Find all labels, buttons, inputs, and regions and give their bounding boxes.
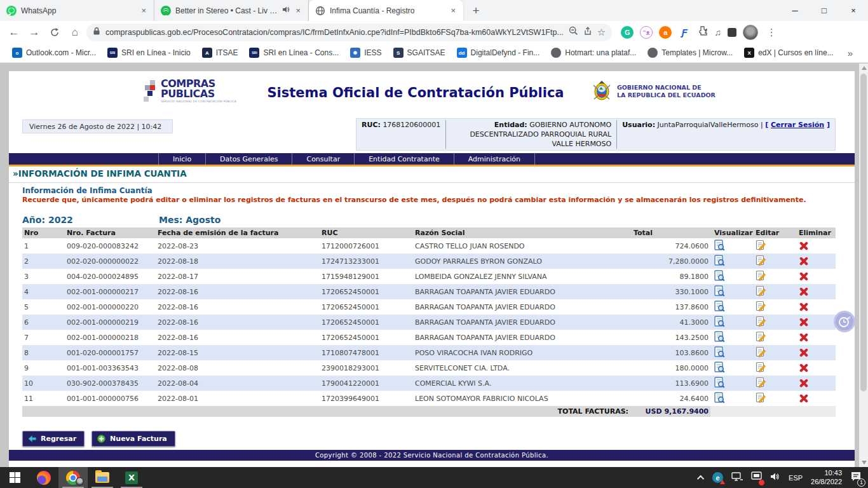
nav-item-inicio[interactable]: Inicio [158, 153, 205, 165]
scrollbar[interactable] [859, 64, 868, 467]
nav-item-administración[interactable]: Administración [454, 153, 535, 165]
visualize-icon[interactable] [714, 362, 725, 375]
network-tray-icon[interactable] [731, 471, 743, 484]
nav-item-datos-generales[interactable]: Datos Generales [205, 153, 292, 165]
tray-chevron-icon[interactable] [697, 475, 704, 482]
edit-icon[interactable] [756, 392, 766, 405]
music-extension-icon[interactable]: ♫ [714, 27, 721, 37]
action-center-tray-icon[interactable] [751, 471, 762, 484]
delete-icon[interactable] [799, 393, 809, 403]
start-button[interactable] [0, 467, 29, 488]
bookmark-dd[interactable]: ddDigitalDefynd - Fin... [451, 43, 546, 62]
notification-center-icon[interactable]: 1 [850, 471, 862, 484]
extensions-puzzle-icon[interactable] [697, 25, 708, 39]
edit-icon[interactable] [756, 346, 766, 360]
profile-avatar[interactable] [743, 25, 758, 40]
bookmarks-overflow-icon[interactable]: » [848, 48, 862, 58]
reload-button[interactable] [46, 24, 64, 41]
bookmark-edx[interactable]: XedX | Cursos en líne... [738, 43, 839, 62]
volume-tray-icon[interactable] [770, 472, 780, 484]
edit-icon[interactable] [756, 285, 766, 299]
tab-audio-icon[interactable] [282, 6, 290, 15]
tab-whatsapp[interactable]: WhatsApp × [0, 0, 154, 21]
close-tab-icon[interactable]: × [449, 6, 457, 15]
edit-icon[interactable] [756, 362, 766, 375]
delete-icon[interactable] [799, 378, 809, 388]
bookmark-globe[interactable]: Templates | Microw... [642, 43, 738, 62]
bookmark-globe[interactable]: Hotmart: una plataf... [545, 43, 642, 62]
delete-icon[interactable] [799, 256, 809, 266]
delete-icon[interactable] [799, 348, 809, 358]
edit-icon[interactable] [756, 255, 766, 268]
new-invoice-button[interactable]: Nueva Factura [92, 431, 175, 447]
language-indicator[interactable]: ESP [789, 474, 803, 482]
bookmark-star-icon[interactable]: ☆ [597, 27, 606, 38]
flag-extension-icon[interactable]: Ƒ [678, 26, 691, 39]
floating-timer-widget[interactable] [834, 311, 855, 332]
scrollbar-thumb[interactable] [860, 74, 867, 391]
minimize-button[interactable]: ─ [780, 0, 810, 21]
browser-menu-icon[interactable]: ⋮ [764, 27, 779, 38]
bookmark-outlook[interactable]: oOutlook.com - Micr... [6, 43, 102, 62]
address-bar[interactable]: compraspublicas.gob.ec/ProcesoContrataci… [86, 24, 612, 41]
visualize-icon[interactable] [714, 392, 725, 405]
visualize-icon[interactable] [714, 301, 725, 314]
antivirus-tray-icon[interactable]: e [712, 472, 723, 483]
edit-icon[interactable] [756, 270, 766, 283]
nav-item-entidad-contratante[interactable]: Entidad Contratante [354, 153, 454, 165]
maximize-button[interactable]: □ [810, 0, 839, 21]
back-page-button[interactable]: Regresar [22, 431, 85, 447]
close-window-button[interactable]: × [839, 0, 868, 21]
taskbar-firefox[interactable] [29, 467, 58, 488]
visualize-icon[interactable] [714, 240, 725, 253]
delete-icon[interactable] [799, 363, 809, 373]
nav-item-consultar[interactable]: Consultar [292, 153, 354, 165]
tab-spotify[interactable]: Better in Stereo • Cast - Liv an × [154, 0, 309, 21]
home-button[interactable]: ⌂ [66, 24, 84, 41]
close-tab-icon[interactable]: × [140, 6, 147, 15]
edit-icon[interactable] [756, 331, 766, 344]
main-nav: InicioDatos GeneralesConsultarEntidad Co… [9, 153, 855, 166]
delete-icon[interactable] [799, 287, 809, 297]
scroll-up-arrow[interactable] [862, 66, 867, 70]
share-icon[interactable] [583, 27, 592, 38]
forward-button[interactable]: → [25, 24, 43, 41]
visualize-icon[interactable] [714, 255, 725, 268]
new-tab-button[interactable]: + [467, 2, 485, 20]
delete-icon[interactable] [799, 317, 809, 327]
edit-icon[interactable] [756, 240, 766, 253]
visualize-icon[interactable] [714, 331, 725, 344]
delete-icon[interactable] [799, 271, 809, 281]
bookmark-sri[interactable]: SRISRI en Línea - Cons... [243, 43, 344, 62]
paw-extension-icon[interactable]: ᵔᴥ [640, 26, 653, 39]
back-button[interactable]: ← [5, 24, 23, 41]
avast-extension-icon[interactable]: a [659, 26, 672, 39]
visualize-icon[interactable] [714, 270, 725, 283]
edit-icon[interactable] [756, 377, 766, 390]
bookmark-sri[interactable]: SRISRI en Línea - Inicio [102, 43, 196, 62]
lock-icon[interactable] [93, 27, 100, 38]
zoom-out-icon[interactable] [569, 26, 578, 38]
bookmark-sgaitsae[interactable]: SSGAITSAE [388, 43, 451, 62]
close-tab-icon[interactable]: × [294, 6, 302, 15]
visualize-icon[interactable] [714, 346, 725, 360]
bookmark-iess[interactable]: ❋IESS [344, 43, 387, 62]
logout-link[interactable]: [ Cerrar Sesión ] [765, 121, 830, 129]
taskbar-explorer[interactable] [88, 467, 117, 488]
darkreader-extension-icon[interactable] [728, 28, 736, 37]
delete-icon[interactable] [799, 302, 809, 312]
taskbar-clock[interactable]: 10:43 26/8/2022 [811, 469, 842, 487]
visualize-icon[interactable] [714, 285, 725, 299]
edit-icon[interactable] [756, 316, 766, 329]
tab-infima-cuantia[interactable]: Infima Cuantía - Registro × [309, 0, 463, 21]
bookmark-itsae[interactable]: AITSAE [196, 43, 244, 62]
taskbar-chrome[interactable] [58, 467, 88, 488]
delete-icon[interactable] [799, 332, 809, 342]
grammarly-extension-icon[interactable]: G [621, 26, 634, 39]
taskbar-excel[interactable]: X [117, 467, 146, 488]
visualize-icon[interactable] [714, 377, 725, 390]
scroll-down-arrow[interactable] [862, 461, 867, 464]
edit-icon[interactable] [756, 301, 766, 314]
visualize-icon[interactable] [714, 316, 725, 329]
delete-icon[interactable] [799, 241, 809, 251]
